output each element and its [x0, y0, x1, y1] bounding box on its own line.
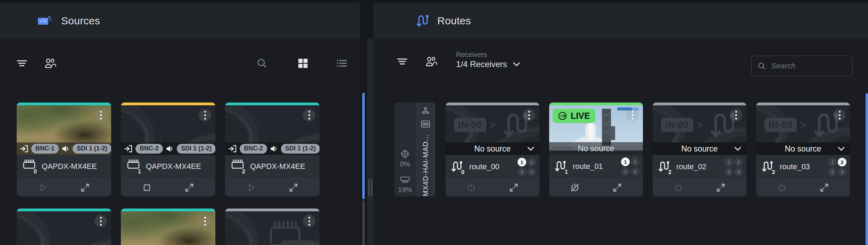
sources-scrollbar-track[interactable] [362, 201, 365, 245]
search-box[interactable] [751, 56, 853, 76]
filter-icon[interactable] [16, 57, 28, 69]
play-button[interactable] [37, 182, 48, 193]
filter-icon[interactable] [396, 56, 408, 67]
device-stats-empty [394, 103, 416, 145]
live-badge: LIVE [553, 109, 595, 123]
source-select-label: No source [474, 144, 511, 154]
route-card[interactable]: IN-03 > No source 3 [756, 103, 850, 196]
output-badge[interactable]: 1 [518, 158, 526, 166]
source-io-badges: BNC-1 SDI 1 (1-2) [17, 142, 111, 155]
expand-button[interactable] [508, 182, 519, 193]
output-badge[interactable]: 3 [518, 168, 526, 176]
kebab-menu-button[interactable] [303, 109, 315, 121]
output-badges: 1 2 3 4 [725, 158, 743, 176]
expand-button[interactable] [715, 182, 726, 193]
routes-toolbar: Receivers 1/4 Receivers [373, 45, 868, 76]
routes-body: Receivers 1/4 Receivers [373, 39, 868, 245]
output-badge[interactable]: 4 [838, 168, 846, 176]
device-rail[interactable]: 0% 19% MX4D-H [394, 103, 435, 196]
chevron-down-icon [513, 62, 520, 67]
output-badge[interactable]: 4 [734, 168, 743, 176]
device-info: MX4D-HAI-MAD... [416, 103, 435, 196]
kebab-menu-button[interactable] [730, 109, 742, 121]
sources-panel: Sources [0, 3, 360, 245]
ghost-arrow: > [800, 119, 807, 131]
route-channel: 1 [565, 169, 568, 175]
source-select-dropdown[interactable]: No source [549, 142, 643, 155]
source-card[interactable]: ENC-05 [225, 209, 320, 245]
routes-scrollbar[interactable] [866, 93, 868, 245]
source-card[interactable]: BNC-2 SDI 1 (1-2) [225, 103, 320, 196]
page-title: Routes [437, 15, 471, 27]
kebab-menu-button[interactable] [523, 109, 535, 121]
ghost-arrow: > [490, 119, 496, 131]
route-title-row: 0 route_00 1 2 3 4 [446, 155, 539, 179]
output-badge[interactable]: 4 [631, 167, 639, 176]
receivers-dropdown[interactable]: Receivers 1/4 Receivers [456, 51, 520, 69]
output-badge[interactable]: 3 [828, 168, 837, 176]
source-cards-row: BNC-1 SDI 1 (1-2) [17, 103, 320, 196]
group-icon[interactable] [44, 57, 56, 69]
expand-button[interactable] [80, 182, 91, 193]
group-icon[interactable] [425, 56, 437, 67]
channel-number: 2 [241, 169, 246, 175]
output-badge[interactable]: 2 [734, 158, 743, 166]
cpu-stat: 0% [394, 145, 416, 172]
output-badge[interactable]: 3 [725, 168, 733, 176]
kebab-menu-button[interactable] [626, 109, 639, 121]
kebab-menu-button[interactable] [94, 215, 107, 227]
kebab-menu-button[interactable] [303, 215, 315, 227]
source-card[interactable] [121, 209, 215, 245]
route-card[interactable]: IN-00 > No source 0 [446, 103, 539, 196]
kebab-menu-button[interactable] [199, 109, 211, 121]
search-input[interactable] [771, 62, 847, 71]
source-thumbnail: BNC-2 SDI 1 (1-2) [121, 105, 215, 155]
power-button[interactable] [466, 182, 477, 193]
live-label: LIVE [571, 111, 590, 121]
kebab-menu-button[interactable] [199, 215, 211, 227]
encoder-chip-icon: 2 [231, 160, 245, 173]
expand-button[interactable] [819, 182, 830, 193]
source-select-dropdown[interactable]: No source [756, 142, 850, 155]
power-button[interactable] [673, 182, 684, 193]
stop-button[interactable] [141, 182, 152, 193]
output-badge[interactable]: 2 [631, 157, 639, 166]
source-card[interactable] [17, 209, 111, 245]
receivers-value: 1/4 Receivers [456, 59, 507, 69]
grid-view-icon[interactable] [297, 57, 309, 69]
output-badge[interactable]: 2 [838, 158, 846, 166]
source-card[interactable]: BNC-1 SDI 1 (1-2) [17, 103, 111, 196]
source-card[interactable]: BNC-2 SDI 1 (1-2) [121, 103, 215, 196]
chevron-down-icon [734, 146, 742, 151]
list-view-icon[interactable] [336, 57, 348, 69]
source-select-dropdown[interactable]: No source [446, 142, 539, 155]
channel-number: 0 [33, 169, 38, 175]
output-badge[interactable]: 1 [725, 158, 733, 166]
route-card[interactable]: LIVE No source 1 route_01 1 [549, 103, 643, 196]
output-badge[interactable]: 1 [621, 157, 630, 166]
kebab-menu-button[interactable] [94, 109, 107, 121]
source-name: QAPDX-MX4EE [250, 162, 305, 171]
search-icon[interactable] [256, 57, 268, 69]
route-channel: 3 [772, 169, 775, 175]
output-badge[interactable]: 2 [527, 158, 536, 166]
source-status-bar [121, 209, 215, 211]
kebab-menu-button[interactable] [833, 109, 846, 121]
audio-icon [61, 144, 70, 153]
expand-button[interactable] [288, 182, 299, 193]
panel-resize-handle[interactable] [368, 179, 372, 196]
routes-panel: Routes Receivers 1/4 Receivers [373, 3, 868, 245]
route-card[interactable]: IN-02 > No source 2 [653, 103, 746, 196]
power-off-button[interactable] [569, 182, 580, 193]
page-title: Sources [61, 15, 100, 27]
output-badge[interactable]: 4 [527, 168, 536, 176]
play-button[interactable] [246, 182, 257, 193]
source-card-footer [121, 178, 215, 196]
source-select-dropdown[interactable]: No source [653, 142, 746, 155]
output-badge[interactable]: 1 [828, 158, 837, 166]
sources-scrollbar[interactable] [362, 93, 365, 199]
power-button[interactable] [776, 182, 787, 193]
output-badge[interactable]: 3 [621, 167, 630, 176]
expand-button[interactable] [612, 182, 623, 193]
expand-button[interactable] [184, 182, 195, 193]
